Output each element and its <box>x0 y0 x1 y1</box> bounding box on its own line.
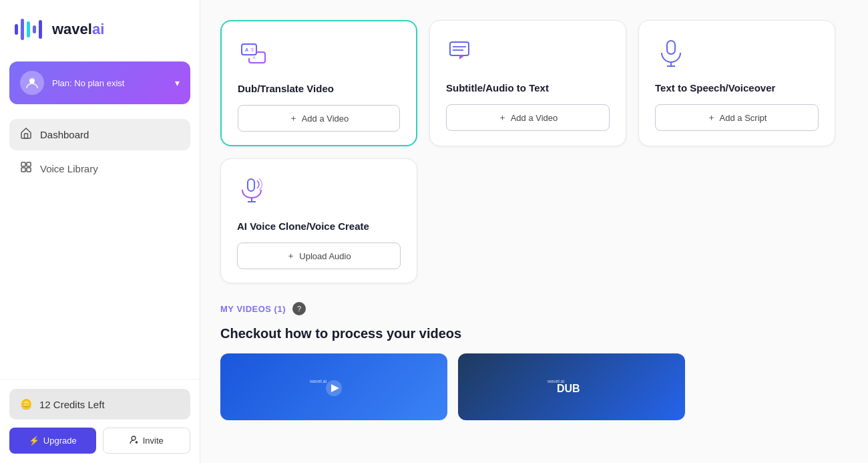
credits-button[interactable]: 🪙 12 Credits Left <box>9 389 190 420</box>
svg-rect-4 <box>39 20 42 39</box>
svg-rect-3 <box>33 25 36 33</box>
tts-title: Text to Speech/Voiceover <box>655 82 819 94</box>
svg-text:字: 字 <box>250 47 254 52</box>
invite-button[interactable]: Invite <box>103 428 191 454</box>
dub-translate-icon: A 字 A <box>238 37 270 69</box>
main-content: A 字 A Dub/Translate Video ＋ Add a Video … <box>200 0 868 463</box>
thumb1-content: wavel.ai <box>307 373 361 400</box>
help-icon[interactable]: ? <box>292 302 306 315</box>
svg-rect-2 <box>27 21 30 37</box>
plus-icon: ＋ <box>289 112 298 124</box>
video-thumbnails: wavel.ai wavel.ai DUB <box>220 353 848 420</box>
chevron-down-icon: ▾ <box>175 78 180 88</box>
plus-icon: ＋ <box>286 250 295 262</box>
credits-label: 12 Credits Left <box>39 399 105 410</box>
ai-voice-clone-icon <box>237 175 269 207</box>
svg-text:A: A <box>245 47 248 52</box>
home-icon <box>20 127 32 142</box>
upgrade-button[interactable]: ⚡ Upgrade <box>9 428 96 454</box>
text-to-speech-icon <box>655 37 687 69</box>
svg-rect-8 <box>27 162 31 166</box>
thumb2-content: wavel.ai DUB <box>545 373 598 400</box>
svg-rect-16 <box>450 42 469 55</box>
svg-rect-7 <box>21 162 25 166</box>
svg-point-11 <box>132 436 136 440</box>
svg-rect-1 <box>21 19 24 40</box>
video-thumbnail-2[interactable]: wavel.ai DUB <box>458 353 685 420</box>
my-videos-title: MY VIDEOS (1) <box>220 304 286 314</box>
checkout-text: Checkout how to process your videos <box>220 326 848 341</box>
sidebar: wavelai Plan: No plan exist ▾ Dashboard <box>0 0 200 463</box>
svg-text:A: A <box>253 55 256 59</box>
svg-point-5 <box>29 78 35 84</box>
person-plus-icon <box>130 435 139 446</box>
dub-translate-title: Dub/Translate Video <box>238 83 400 94</box>
my-videos-header: MY VIDEOS (1) ? <box>220 302 848 315</box>
svg-rect-10 <box>27 168 31 172</box>
logo-area: wavelai <box>0 0 200 56</box>
logo: wavelai <box>13 16 186 43</box>
svg-rect-0 <box>15 24 18 35</box>
feature-cards-row1: A 字 A Dub/Translate Video ＋ Add a Video … <box>220 20 848 146</box>
svg-rect-9 <box>21 168 25 172</box>
card-text-to-speech: Text to Speech/Voiceover ＋ Add a Script <box>638 20 835 146</box>
sidebar-item-voice-library[interactable]: Voice Library <box>9 153 190 184</box>
plus-icon: ＋ <box>498 112 507 124</box>
card-dub-translate: A 字 A Dub/Translate Video ＋ Add a Video <box>220 20 417 146</box>
user-plan-card[interactable]: Plan: No plan exist ▾ <box>9 61 190 104</box>
plan-label: Plan: No plan exist <box>52 78 167 88</box>
lightning-icon: ⚡ <box>29 436 39 446</box>
tts-add-script-button[interactable]: ＋ Add a Script <box>655 104 819 131</box>
voice-library-label: Voice Library <box>40 163 98 174</box>
card-subtitle-audio: Subtitle/Audio to Text ＋ Add a Video <box>429 20 626 146</box>
logo-text-suffix: ai <box>92 21 104 37</box>
subtitle-audio-title: Subtitle/Audio to Text <box>446 82 610 94</box>
grid-icon <box>20 161 32 176</box>
avatar <box>20 71 44 95</box>
ai-voice-clone-title: AI Voice Clone/Voice Create <box>237 220 401 232</box>
dub-translate-add-video-button[interactable]: ＋ Add a Video <box>238 105 400 132</box>
card-ai-voice-clone: AI Voice Clone/Voice Create ＋ Upload Aud… <box>220 158 417 283</box>
video-thumbnail-1[interactable]: wavel.ai <box>220 353 447 420</box>
svg-rect-19 <box>667 41 675 54</box>
plus-icon: ＋ <box>707 112 716 124</box>
feature-cards-row2: AI Voice Clone/Voice Create ＋ Upload Aud… <box>220 158 848 283</box>
subtitle-audio-icon <box>446 37 478 69</box>
sidebar-item-dashboard[interactable]: Dashboard <box>9 119 190 150</box>
svg-text:wavel.ai: wavel.ai <box>309 379 327 383</box>
wavel-logo-icon <box>13 16 47 43</box>
subtitle-add-video-button[interactable]: ＋ Add a Video <box>446 104 610 131</box>
action-buttons: ⚡ Upgrade Invite <box>9 428 190 454</box>
svg-text:DUB: DUB <box>557 383 580 394</box>
svg-rect-6 <box>25 134 28 138</box>
dashboard-label: Dashboard <box>40 129 89 140</box>
nav-menu: Dashboard Voice Library <box>0 114 200 379</box>
svg-rect-22 <box>248 179 254 191</box>
coin-icon: 🪙 <box>20 398 33 410</box>
logo-text: wavelai <box>52 21 104 38</box>
upload-audio-button[interactable]: ＋ Upload Audio <box>237 243 401 269</box>
sidebar-bottom: 🪙 12 Credits Left ⚡ Upgrade Invite <box>0 379 200 463</box>
